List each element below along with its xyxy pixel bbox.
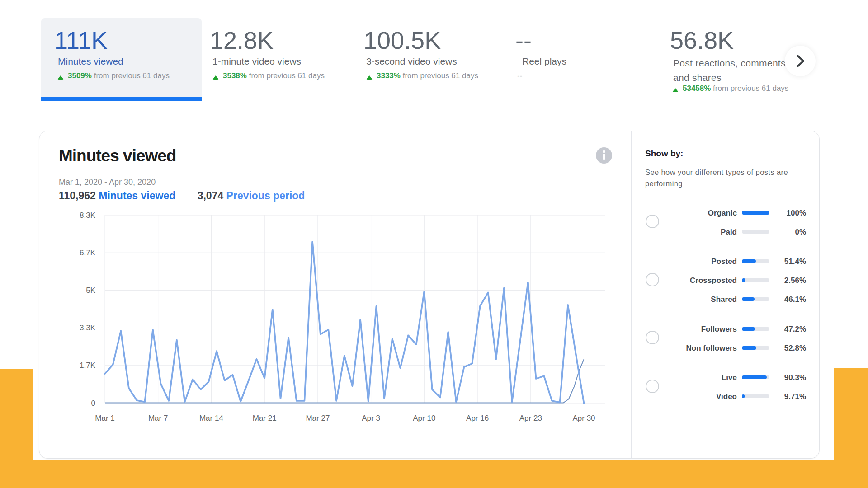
svg-text:Apr 16: Apr 16: [466, 414, 489, 422]
svg-text:Mar 7: Mar 7: [148, 414, 168, 422]
svg-text:5K: 5K: [86, 286, 95, 295]
svg-text:Apr 10: Apr 10: [413, 414, 435, 422]
svg-text:0: 0: [91, 399, 95, 408]
svg-text:Mar 21: Mar 21: [253, 414, 277, 422]
svg-text:6.7K: 6.7K: [80, 249, 96, 257]
svg-text:Mar 27: Mar 27: [306, 414, 330, 422]
svg-text:Mar 14: Mar 14: [199, 414, 223, 422]
svg-text:Apr 30: Apr 30: [572, 414, 595, 422]
svg-text:1.7K: 1.7K: [80, 361, 96, 370]
svg-text:Apr 3: Apr 3: [362, 414, 380, 422]
svg-text:8.3K: 8.3K: [80, 211, 96, 220]
svg-text:Apr 23: Apr 23: [519, 414, 542, 422]
svg-text:3.3K: 3.3K: [80, 324, 96, 332]
svg-text:Mar 1: Mar 1: [95, 414, 114, 422]
